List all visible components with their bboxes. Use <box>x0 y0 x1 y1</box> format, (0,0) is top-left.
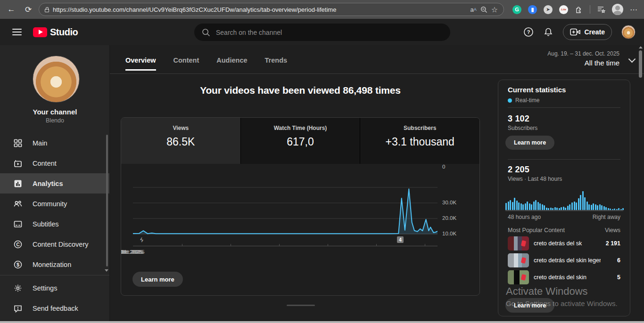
help-icon[interactable]: ? <box>523 27 534 37</box>
search-icon <box>202 28 210 37</box>
url-text[interactable]: https://studio.youtube.com/channel/UCv9Y… <box>53 6 466 13</box>
realtime-dot-icon <box>508 98 512 103</box>
browser-toolbar: ← ⟳ https://studio.youtube.com/channel/U… <box>0 0 644 19</box>
sidebar-item-community[interactable]: Community <box>0 194 109 214</box>
studio-header: Studio Search on the channel ? Create <box>0 19 644 45</box>
realtime-bar <box>554 207 556 210</box>
metric-subscribers[interactable]: Subscribers +3.1 thousand <box>360 118 479 164</box>
bookmark-star-icon[interactable]: ☆ <box>491 5 498 14</box>
youtube-play-icon <box>33 27 47 37</box>
subscribers-learn-more-button[interactable]: Learn more <box>505 136 554 150</box>
sidebar-item-settings[interactable]: Settings <box>0 278 109 298</box>
realtime-bar <box>552 208 553 210</box>
realtime-learn-more-button[interactable]: Learn more <box>505 298 554 313</box>
browser-refresh-button[interactable]: ⟳ <box>22 3 35 16</box>
translate-icon[interactable]: aA <box>470 6 476 13</box>
toolbar-separator <box>590 5 590 14</box>
metric-value: 617,0 <box>241 136 360 148</box>
upload-count-badge[interactable]: 4 <box>397 236 404 243</box>
create-label: Create <box>584 28 605 36</box>
create-button[interactable]: Create <box>563 24 612 40</box>
learn-more-button[interactable]: Learn more <box>132 272 183 287</box>
svg-text:$: $ <box>17 261 19 267</box>
hamburger-menu-icon[interactable] <box>12 29 22 35</box>
browser-menu-icon[interactable]: ⋯ <box>630 5 638 14</box>
realtime-bar <box>582 191 584 210</box>
realtime-bar <box>605 207 607 210</box>
community-icon <box>13 199 23 209</box>
realtime-bar <box>512 202 513 210</box>
sidebar-item-analytics[interactable]: Analytics <box>0 173 109 194</box>
grammarly-extension-icon[interactable]: G <box>512 5 521 14</box>
metric-views[interactable]: Views 86.5K <box>121 118 240 164</box>
sidebar-item-label: Send feedback <box>33 305 78 312</box>
realtime-bar <box>576 202 577 210</box>
page-scrollbar[interactable] <box>638 46 643 320</box>
realtime-bar <box>537 202 539 210</box>
tab-audience[interactable]: Audience <box>216 57 247 71</box>
youtube-studio-logo[interactable]: Studio <box>33 27 78 38</box>
sidebar-scroll-down-icon[interactable] <box>105 269 108 272</box>
realtime-bar <box>578 198 579 210</box>
subscribers-label: Subscribers <box>508 125 537 131</box>
y-tick: 20.0K <box>442 215 456 221</box>
cursor-extension-icon[interactable]: ➤ <box>544 5 553 14</box>
metric-strip: Views 86.5K Watch Time (Hours) 617,0 Sub… <box>121 118 479 164</box>
sidebar-item-content-discovery[interactable]: C Content Discovery <box>0 234 109 254</box>
realtime-bar <box>622 208 624 210</box>
account-avatar[interactable] <box>621 25 636 39</box>
channel-search-input[interactable]: Search on the channel <box>194 24 450 41</box>
metric-watch-time[interactable]: Watch Time (Hours) 617,0 <box>240 118 360 164</box>
realtime-bar <box>580 195 581 210</box>
sidebar-item-send-feedback[interactable]: Send feedback <box>0 298 109 318</box>
realtime-row: Real-time <box>508 97 539 104</box>
realtime-bar <box>518 202 520 210</box>
browser-profile-avatar[interactable] <box>612 4 623 15</box>
shorts-upload-marker-icon[interactable]: ϟ <box>140 236 144 243</box>
sidebar-item-main[interactable]: Main <box>0 133 109 153</box>
channel-name: Your channel <box>0 108 110 116</box>
metric-label: Watch Time (Hours) <box>241 125 360 131</box>
date-range-selector[interactable]: Aug. 19. – 31 dec. Oct. 2025 All the tim… <box>547 50 619 67</box>
browser-back-button[interactable]: ← <box>5 3 18 16</box>
extensions-puzzle-icon[interactable] <box>575 5 583 14</box>
views-line-chart[interactable] <box>133 184 438 236</box>
scroll-up-icon[interactable] <box>639 46 643 48</box>
address-bar[interactable]: https://studio.youtube.com/channel/UCv9Y… <box>39 3 504 16</box>
monetization-icon: $ <box>13 260 23 269</box>
analytics-tabs: Overview Content Audience Trends <box>125 57 287 71</box>
collections-icon[interactable] <box>597 5 605 14</box>
shield-extension-icon[interactable]: ▮ <box>528 5 537 14</box>
realtime-bar <box>586 202 588 210</box>
realtime-bars-axis <box>505 210 623 211</box>
popular-content-row[interactable]: creto detrás del sk 2 191 <box>508 236 620 250</box>
realtime-bar <box>569 204 570 210</box>
realtime-bar <box>556 208 558 210</box>
realtime-bar <box>618 208 619 210</box>
chevron-down-icon[interactable] <box>628 56 636 63</box>
sidebar-item-content[interactable]: Content <box>0 153 109 173</box>
extension-row: G ▮ ➤ Lite ⋯ <box>512 4 638 15</box>
https-lock-icon[interactable] <box>45 9 49 12</box>
zoom-out-icon[interactable] <box>480 6 487 13</box>
realtime-bar <box>593 203 594 210</box>
realtime-bar <box>603 206 605 210</box>
tab-trends[interactable]: Trends <box>265 57 288 71</box>
realtime-bar-chart[interactable] <box>505 191 624 210</box>
popular-content-row[interactable]: creto detrás del skin 5 <box>508 270 620 284</box>
sidebar-item-label: Main <box>33 139 47 147</box>
overview-chart-card: Views 86.5K Watch Time (Hours) 617,0 Sub… <box>121 117 480 296</box>
notifications-bell-icon[interactable] <box>543 27 553 37</box>
svg-text:C: C <box>16 242 19 247</box>
sidebar-item-subtitles[interactable]: Subtitles <box>0 214 109 234</box>
lite-extension-icon[interactable]: Lite <box>559 5 568 14</box>
channel-avatar[interactable] <box>33 56 80 103</box>
scrollbar-thumb[interactable] <box>639 50 642 78</box>
tab-content[interactable]: Content <box>173 57 199 71</box>
sidebar-item-monetization[interactable]: $ Monetization <box>0 254 109 275</box>
sidebar-scrollbar[interactable] <box>106 135 108 266</box>
popular-content-row[interactable]: creto detrás del skin legendar… 6 <box>508 253 620 267</box>
realtime-label: Real-time <box>515 97 539 104</box>
tab-overview[interactable]: Overview <box>125 57 156 71</box>
bars-left-label: 48 hours ago <box>508 214 541 220</box>
